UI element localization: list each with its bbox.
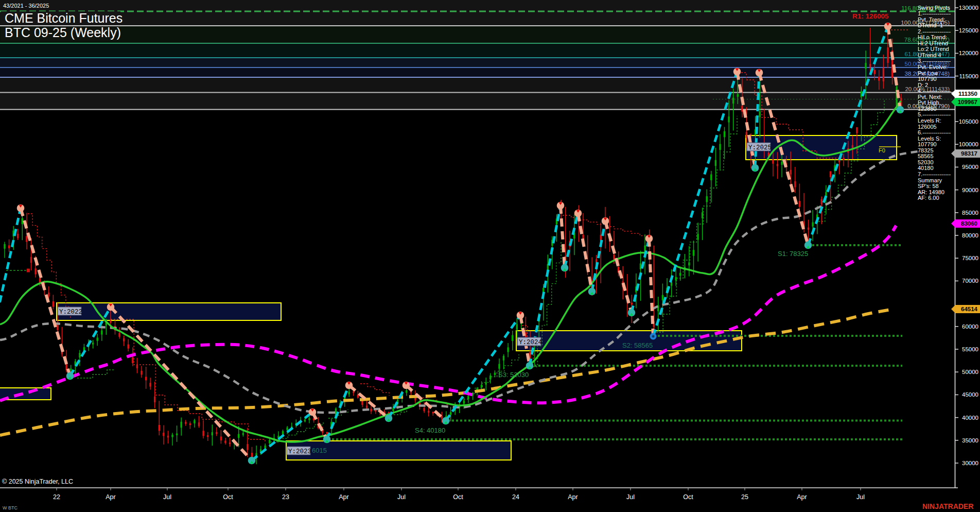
- svg-text:S3: 52030: S3: 52030: [498, 371, 529, 379]
- svg-text:Oct: Oct: [453, 493, 463, 501]
- svg-text:AF: 6.00: AF: 6.00: [918, 195, 939, 201]
- svg-text:85000: 85000: [962, 210, 978, 216]
- svg-text:Summary: Summary: [918, 177, 942, 183]
- svg-text:23: 23: [282, 493, 289, 501]
- svg-text:95000: 95000: [962, 164, 978, 170]
- svg-text:30000: 30000: [962, 460, 978, 466]
- svg-text:HiLo Trend:: HiLo Trend:: [918, 34, 947, 40]
- svg-text:Jul: Jul: [856, 493, 865, 501]
- svg-text:Apr: Apr: [797, 493, 807, 501]
- svg-text:Pvt High: Pvt High: [918, 99, 939, 106]
- svg-text:22: 22: [53, 493, 60, 501]
- svg-text:90000: 90000: [962, 187, 978, 193]
- svg-text:126005: 126005: [918, 124, 937, 130]
- svg-text:111350: 111350: [958, 91, 977, 97]
- svg-text:Swing Pivots: Swing Pivots: [918, 5, 950, 11]
- svg-text:5.---------------: 5.---------------: [918, 111, 951, 117]
- svg-text:Pvt Low: Pvt Low: [918, 70, 938, 76]
- svg-text:W BTC: W BTC: [3, 505, 18, 510]
- svg-text:6015: 6015: [312, 447, 327, 454]
- svg-text:78325: 78325: [918, 147, 934, 153]
- svg-text:Apr: Apr: [339, 493, 348, 501]
- svg-text:F0: F0: [879, 147, 885, 153]
- svg-text:S1: 78325: S1: 78325: [778, 250, 808, 258]
- svg-text:Pvt. Next:: Pvt. Next:: [918, 94, 942, 100]
- svg-text:Hi:2 UTrend: Hi:2 UTrend: [918, 40, 948, 46]
- svg-text:125000: 125000: [959, 27, 978, 33]
- svg-text:Jul: Jul: [397, 493, 406, 501]
- svg-text:4.---------------: 4.---------------: [918, 88, 951, 94]
- svg-text:Levels S:: Levels S:: [918, 135, 941, 142]
- svg-text:98317: 98317: [961, 150, 977, 157]
- svg-text:80000: 80000: [962, 232, 978, 238]
- svg-text:100000: 100000: [959, 141, 978, 147]
- svg-text:© 2025 NinjaTrader, LLC: © 2025 NinjaTrader, LLC: [2, 478, 73, 485]
- svg-text:NINJATRADER: NINJATRADER: [922, 502, 973, 510]
- svg-text:40180: 40180: [918, 165, 934, 171]
- svg-text:BTC 09-25 (Weekly): BTC 09-25 (Weekly): [5, 25, 121, 40]
- svg-text:83060: 83060: [961, 220, 977, 227]
- svg-text:Pvt. Trend:: Pvt. Trend:: [918, 16, 945, 23]
- svg-text:UTrend 4: UTrend 4: [918, 52, 941, 58]
- svg-text:Oct: Oct: [683, 493, 693, 501]
- svg-text:58565: 58565: [918, 153, 934, 159]
- svg-text:50000: 50000: [962, 369, 978, 375]
- svg-text:Lo:2 UTrend: Lo:2 UTrend: [918, 46, 949, 52]
- svg-text:43/2021 - 36/2025: 43/2021 - 36/2025: [3, 3, 49, 9]
- svg-text:130000: 130000: [959, 5, 978, 11]
- svg-text:52030: 52030: [918, 159, 934, 165]
- svg-text:6.---------------: 6.---------------: [918, 129, 951, 135]
- svg-text:24: 24: [512, 493, 519, 501]
- svg-text:R1: 126005: R1: 126005: [852, 12, 889, 20]
- svg-text:109967: 109967: [958, 99, 977, 105]
- svg-text:D: 2: D: 2: [918, 82, 928, 88]
- svg-text:Jul: Jul: [163, 493, 171, 501]
- svg-text:AR: 14980: AR: 14980: [918, 189, 944, 195]
- svg-text:45000: 45000: [962, 391, 978, 398]
- svg-text:120000: 120000: [959, 50, 978, 56]
- svg-text:75000: 75000: [962, 255, 978, 261]
- svg-text:25: 25: [741, 493, 748, 501]
- svg-text:Y:2025: Y:2025: [748, 144, 772, 151]
- svg-text:S2: 58565: S2: 58565: [622, 342, 653, 349]
- svg-text:122850: 122850: [918, 106, 937, 112]
- svg-text:DTrend -1: DTrend -1: [918, 22, 943, 28]
- svg-text:SP's: 58: SP's: 58: [918, 183, 939, 189]
- svg-text:115000: 115000: [959, 73, 978, 79]
- svg-text:Pvt. Evolve:: Pvt. Evolve:: [918, 64, 948, 70]
- svg-text:60000: 60000: [962, 323, 978, 330]
- svg-text:1.---------------: 1.---------------: [918, 10, 951, 16]
- svg-text:Oct: Oct: [223, 493, 233, 501]
- svg-text:2.---------------: 2.---------------: [918, 28, 951, 35]
- svg-text:Apr: Apr: [106, 493, 115, 501]
- svg-text:105000: 105000: [959, 118, 978, 125]
- svg-text:CME Bitcoin Futures: CME Bitcoin Futures: [5, 11, 122, 25]
- svg-text:70000: 70000: [962, 278, 978, 284]
- svg-text:64514: 64514: [961, 306, 978, 312]
- svg-text:7.---------------: 7.---------------: [918, 171, 951, 177]
- svg-text:Y:2023: Y:2023: [288, 448, 311, 455]
- svg-text:Y:2024: Y:2024: [519, 339, 542, 346]
- svg-text:3.---------------: 3.---------------: [918, 58, 951, 64]
- svg-text:107790: 107790: [918, 76, 937, 82]
- svg-text:Y:2022: Y:2022: [59, 309, 82, 316]
- svg-text:S4: 40180: S4: 40180: [415, 426, 445, 434]
- svg-text:35000: 35000: [962, 437, 978, 443]
- svg-text:Apr: Apr: [568, 493, 577, 501]
- svg-text:Levels R:: Levels R:: [918, 117, 941, 124]
- svg-text:55000: 55000: [962, 346, 978, 352]
- svg-text:107790: 107790: [918, 141, 937, 147]
- svg-text:40000: 40000: [962, 415, 978, 421]
- svg-text:Jul: Jul: [626, 493, 635, 501]
